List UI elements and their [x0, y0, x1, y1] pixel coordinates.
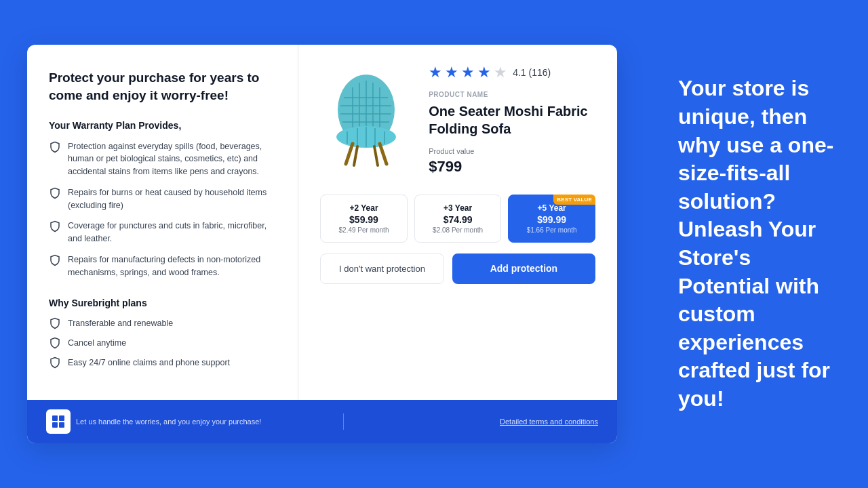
svg-rect-23	[59, 422, 64, 428]
product-image	[320, 64, 415, 172]
chair-image	[320, 64, 415, 172]
plan-3year-monthly: $2.08 Per month	[422, 226, 494, 234]
action-buttons: I don't want protection Add protection	[320, 253, 595, 284]
product-value-label: Product value	[429, 147, 595, 155]
logo-icon	[50, 413, 66, 430]
feature-text: Coverage for punctures and cuts in fabri…	[68, 220, 276, 245]
why-text: Cancel anytime	[68, 338, 126, 348]
svg-line-18	[354, 146, 357, 165]
add-protection-button[interactable]: Add protection	[452, 253, 595, 284]
shield-icon	[49, 220, 61, 232]
star-5-empty: ★	[494, 64, 507, 81]
footer-divider	[343, 413, 344, 430]
why-list: Transferable and renewable Cancel anytim…	[49, 317, 276, 369]
svg-line-16	[346, 144, 353, 164]
plan-2year-price: $59.99	[328, 214, 400, 225]
plan-2year[interactable]: +2 Year $59.99 $2.49 Per month	[320, 195, 408, 243]
headline: Protect your purchase for years to come …	[49, 69, 276, 105]
svg-rect-22	[52, 422, 58, 428]
stars-row: ★ ★ ★ ★ ★ 4.1 (116)	[429, 64, 595, 81]
rating-text: 4.1 (116)	[513, 67, 551, 78]
list-item: Protection against everyday spills (food…	[49, 140, 276, 178]
product-price: $799	[429, 158, 595, 176]
star-3: ★	[461, 64, 475, 81]
promo-section: Your store is unique, then why use a one…	[644, 47, 868, 440]
svg-rect-20	[52, 415, 58, 421]
left-panel: Protect your purchase for years to come …	[27, 45, 298, 401]
feature-text: Protection against everyday spills (food…	[68, 140, 276, 178]
promo-text: Your store is unique, then why use a one…	[678, 75, 834, 413]
shield-icon	[49, 187, 61, 199]
list-item: Cancel anytime	[49, 336, 276, 349]
shield-icon	[49, 254, 61, 266]
list-item: Transferable and renewable	[49, 317, 276, 329]
feature-text: Repairs for manufacturing defects in non…	[68, 253, 276, 279]
footer-logo-wrap: Let us handle the worries, and you enjoy…	[46, 409, 261, 434]
svg-line-19	[374, 146, 378, 165]
shield-icon	[49, 337, 61, 349]
list-item: Easy 24/7 online claims and phone suppor…	[49, 356, 276, 369]
plan-options: +2 Year $59.99 $2.49 Per month +3 Year $…	[320, 195, 595, 243]
warranty-title: Your Warranty Plan Provides,	[49, 120, 276, 131]
shield-icon	[49, 357, 61, 369]
plan-5year-price: $99.99	[515, 214, 588, 225]
svg-line-17	[380, 144, 387, 164]
footer-terms-link[interactable]: Detailed terms and conditions	[500, 418, 598, 426]
plan-3year[interactable]: +3 Year $74.99 $2.08 Per month	[414, 195, 502, 243]
warranty-feature-list: Protection against everyday spills (food…	[49, 140, 276, 279]
list-item: Repairs for burns or heat caused by hous…	[49, 186, 276, 212]
plan-2year-name: +2 Year	[328, 203, 400, 213]
star-2: ★	[445, 64, 458, 81]
plan-2year-monthly: $2.49 Per month	[328, 226, 400, 234]
list-item: Coverage for punctures and cuts in fabri…	[49, 220, 276, 245]
plan-5year-name: +5 Year	[515, 203, 588, 213]
surebright-logo	[46, 409, 71, 434]
best-value-badge: Best Value	[553, 195, 595, 205]
why-text: Transferable and renewable	[68, 319, 173, 328]
plan-5year[interactable]: Best Value +5 Year $99.99 $1.66 Per mont…	[508, 195, 595, 243]
star-4: ★	[477, 64, 491, 81]
product-label: PRODUCT NAME	[429, 91, 595, 98]
feature-text: Repairs for burns or heat caused by hous…	[68, 186, 276, 212]
no-protection-button[interactable]: I don't want protection	[320, 253, 444, 284]
list-item: Repairs for manufacturing defects in non…	[49, 253, 276, 279]
footer-tagline: Let us handle the worries, and you enjoy…	[76, 418, 261, 426]
plan-3year-name: +3 Year	[422, 203, 494, 213]
why-title: Why Surebright plans	[49, 298, 276, 308]
product-top: ★ ★ ★ ★ ★ 4.1 (116) PRODUCT NAME One Sea…	[320, 64, 595, 176]
card-footer: Let us handle the worries, and you enjoy…	[27, 400, 617, 443]
warranty-card: Protect your purchase for years to come …	[27, 45, 617, 444]
plan-5year-monthly: $1.66 Per month	[515, 226, 588, 234]
plan-3year-price: $74.99	[422, 214, 494, 225]
shield-icon	[49, 141, 61, 153]
svg-rect-21	[59, 415, 64, 421]
product-info: ★ ★ ★ ★ ★ 4.1 (116) PRODUCT NAME One Sea…	[429, 64, 595, 176]
shield-icon	[49, 317, 61, 329]
why-text: Easy 24/7 online claims and phone suppor…	[68, 358, 230, 367]
product-title: One Seater Moshi Fabric Folding Sofa	[429, 102, 595, 138]
card-body: Protect your purchase for years to come …	[27, 45, 617, 401]
right-panel: ★ ★ ★ ★ ★ 4.1 (116) PRODUCT NAME One Sea…	[298, 45, 617, 401]
star-1: ★	[429, 64, 442, 81]
